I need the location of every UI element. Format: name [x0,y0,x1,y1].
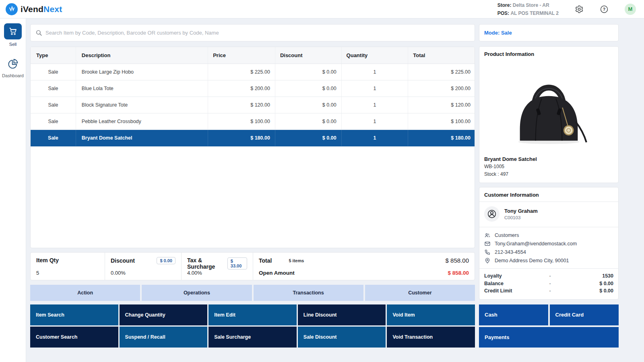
table-row[interactable]: Sale Brooke Large Zip Hobo $ 225.00 $ 0.… [31,64,475,80]
action-tabs: Action Operations Transactions Customer [30,285,475,301]
tab-operations[interactable]: Operations [142,285,252,301]
row-type: Sale [31,130,76,146]
item-search-button[interactable]: Item Search [30,304,118,325]
product-name: Bryant Dome Satchel [484,155,613,163]
suspend-recall-button[interactable]: Suspend / Recall [120,327,208,348]
tab-transactions[interactable]: Transactions [254,285,363,301]
tax-label: Tax & Surcharge [187,257,227,270]
col-header-discount: Discount [275,47,342,64]
customer-phone-row: 212-343-4554 [484,248,613,256]
loyalty-label: Loyalty [484,273,539,279]
store-label: Store: [497,2,512,8]
row-total: $ 100.00 [408,113,475,130]
table-row-selected[interactable]: Sale Bryant Dome Satchel $ 180.00 $ 0.00… [31,130,475,146]
col-header-price: Price [208,47,275,64]
customer-group-text: Customers [495,232,519,238]
discount-percent: 0.00% [111,270,175,276]
user-avatar[interactable]: M [625,4,636,15]
balance-value: $ 0.00 [562,281,613,286]
store-pos-info: Store: Delta Store - AR POS: AL POS TERM… [497,1,559,17]
store-line: Store: Delta Store - AR [497,1,559,9]
line-discount-button[interactable]: Line Discount [298,304,386,325]
customer-stats: Loyalty - 1530 Balance - $ 0.00 Credit L… [484,272,613,295]
row-price: $ 120.00 [208,97,275,113]
phone-icon [484,249,491,255]
credit-limit-value: $ 0.00 [562,288,613,294]
table-row[interactable]: Sale Blue Lola Tote $ 200.00 $ 0.00 1 $ … [31,80,475,97]
payments-button[interactable]: Payments [479,327,619,348]
brand-name: iVendNext [21,4,62,14]
col-header-description: Description [76,47,208,64]
customer-address-row: Demo Address Demo City, 90001 [484,256,613,265]
row-total: $ 180.00 [408,130,475,146]
customer-email-text: Tony.Graham@ivenddemostack.com [495,241,577,247]
customer-avatar-icon [484,206,500,222]
credit-limit-label: Credit Limit [484,288,539,294]
tax-percent: 4.00% [187,270,247,276]
brand-logo: iVendNext [6,3,62,15]
row-total: $ 120.00 [408,97,475,113]
customer-name: Tony Graham [504,208,538,214]
product-code: WB-1005 [484,163,613,171]
open-amount-label: Open Amount [259,270,295,276]
credit-limit-separator: - [539,288,562,294]
loyalty-row: Loyalty - 1530 [484,272,613,280]
row-price: $ 100.00 [208,113,275,130]
void-transaction-button[interactable]: Void Transaction [387,327,475,348]
table-row[interactable]: Sale Pebble Leather Crossbody $ 100.00 $… [31,113,475,130]
payment-button-grid: Cash Credit Card Payments [479,304,619,348]
help-icon[interactable]: ? [600,5,609,14]
tab-customer[interactable]: Customer [365,285,475,301]
sale-discount-button[interactable]: Sale Discount [298,327,386,348]
col-header-type: Type [31,47,76,64]
sidebar-dashboard-label: Dashboard [0,73,26,78]
row-type: Sale [31,64,76,80]
product-information-panel: Product Information Bryant Dome Satchel … [479,46,619,183]
row-price: $ 180.00 [208,130,275,146]
search-input[interactable] [45,30,470,36]
action-button-grid: Item Search Change Quantity Item Edit Li… [30,304,475,348]
summary-total: Total 5 items $ 858.00 Open Amount $ 858… [253,253,475,280]
customer-information-panel: Customer Information Tony Graham C00103 [479,187,619,300]
row-type: Sale [31,97,76,113]
header-right: Store: Delta Store - AR POS: AL POS TERM… [497,1,636,17]
customers-icon [484,232,491,239]
customer-code: C00103 [504,215,538,220]
table-row[interactable]: Sale Block Signature Tote $ 120.00 $ 0.0… [31,97,475,113]
row-description: Pebble Leather Crossbody [76,113,208,130]
col-header-total: Total [408,47,475,64]
tax-amount-badge: $ 33.00 [227,257,247,269]
store-value: Delta Store - AR [513,2,549,8]
sidebar-item-dashboard[interactable]: Dashboard [0,57,26,78]
row-price: $ 225.00 [208,64,275,80]
item-edit-button[interactable]: Item Edit [208,304,297,325]
cart-table: Type Description Price Discount Quantity… [30,47,475,248]
row-description: Block Signature Tote [76,97,208,113]
summary-discount: Discount $ 0.00 0.00% [105,253,182,280]
cash-button[interactable]: Cash [479,304,548,325]
handbag-image [510,67,588,146]
row-quantity: 1 [342,80,409,97]
row-quantity: 1 [342,97,409,113]
item-qty-value: 5 [36,270,99,276]
row-discount: $ 0.00 [275,64,342,80]
sidebar-item-sell[interactable]: Sell [0,23,26,47]
tab-action[interactable]: Action [30,285,140,301]
product-stock: Stock : 497 [484,171,613,178]
pos-label: POS: [497,10,509,16]
change-quantity-button[interactable]: Change Quantity [120,304,208,325]
item-qty-label: Item Qty [36,257,99,263]
sale-surcharge-button[interactable]: Sale Surcharge [208,327,297,348]
void-item-button[interactable]: Void Item [387,304,475,325]
row-discount: $ 0.00 [275,80,342,97]
credit-card-button[interactable]: Credit Card [550,304,619,325]
svg-text:?: ? [603,6,605,11]
row-type: Sale [31,80,76,97]
row-quantity: 1 [342,64,409,80]
loyalty-separator: - [539,273,562,279]
mode-indicator: Mode: Sale [479,24,619,41]
customer-search-button[interactable]: Customer Search [30,327,118,348]
total-items-count: 5 items [289,258,304,263]
credit-limit-row: Credit Limit - $ 0.00 [484,287,613,295]
settings-gear-icon[interactable] [575,5,584,14]
